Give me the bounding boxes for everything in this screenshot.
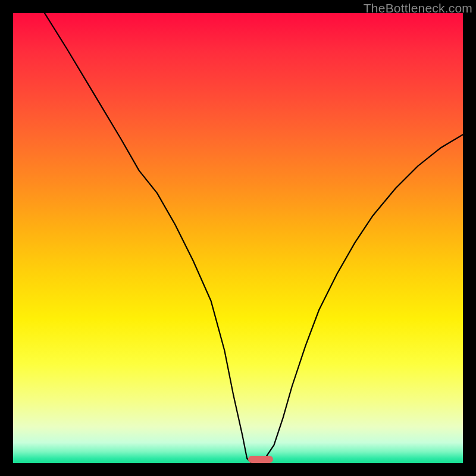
watermark-text: TheBottleneck.com <box>364 1 472 15</box>
bottleneck-curve <box>45 13 463 463</box>
chart-frame: TheBottleneck.com <box>0 0 476 476</box>
curve-layer <box>13 13 463 463</box>
optimum-marker <box>248 456 273 463</box>
plot-area <box>13 13 463 463</box>
